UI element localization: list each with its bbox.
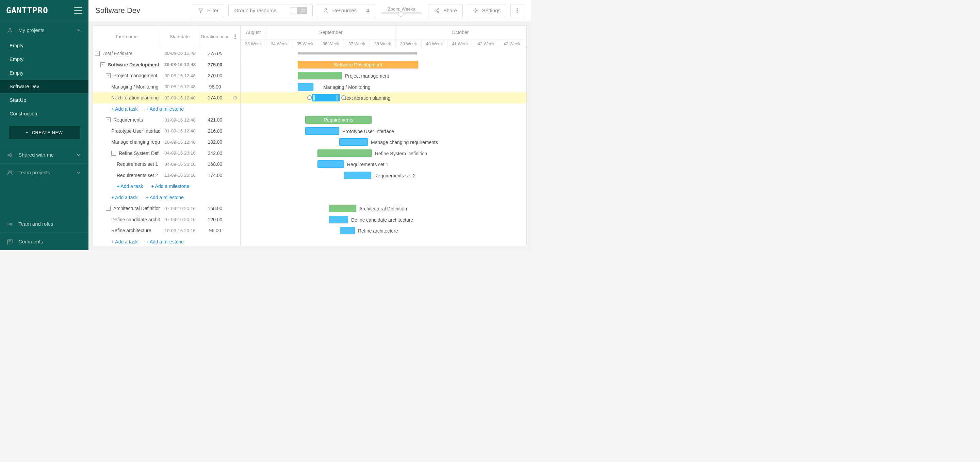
gantt-bar[interactable]: Architectural Definition <box>329 205 356 212</box>
share-icon <box>434 8 440 14</box>
task-start: 04-09-16 20:16 <box>160 150 200 156</box>
team-and-roles-link[interactable]: Team and roles <box>0 215 89 233</box>
zoom-slider[interactable] <box>381 12 422 14</box>
month-header: October <box>396 25 525 39</box>
add-task-link[interactable]: + Add a task <box>111 195 137 200</box>
share-button[interactable]: Share <box>428 4 463 17</box>
gantt-bar[interactable]: Software Development <box>298 61 418 69</box>
grid-row[interactable]: Define candidate architecture07-09-16 20… <box>93 214 240 225</box>
add-milestone-link[interactable]: + Add a milestone <box>146 106 184 112</box>
toggle-off[interactable]: Off <box>291 7 307 14</box>
grid-row[interactable]: -Software Development30-08-16 12:48775.0… <box>93 59 240 70</box>
gantt-bar[interactable]: Refine System Definition <box>318 150 372 157</box>
plus-icon: + <box>26 130 29 135</box>
week-header: 34 Week <box>266 39 292 48</box>
gantt-bar[interactable]: Project management <box>298 72 342 79</box>
grid-row[interactable]: Managing / Monitoring30-08-16 12:4896.00 <box>93 81 240 92</box>
column-duration[interactable]: Duration hour <box>199 25 230 48</box>
grid-row[interactable]: Manage changing requirements10-09-16 12:… <box>93 137 240 148</box>
grid-more-button[interactable] <box>230 25 240 48</box>
task-start: 04-09-16 20:16 <box>160 162 200 167</box>
hamburger-icon[interactable] <box>74 7 82 14</box>
sidebar-project-item[interactable]: Empty <box>0 39 89 53</box>
grid-row[interactable]: + Add a task+ Add a milestone <box>93 236 240 246</box>
expand-toggle[interactable]: - <box>95 51 100 56</box>
shared-with-me-section[interactable]: Shared with me <box>0 146 89 163</box>
grid-row[interactable]: -Requirements01-09-16 12:48421.00 <box>93 115 240 126</box>
team-projects-section[interactable]: Team projects <box>0 163 89 181</box>
resources-button[interactable]: Resources 4 <box>317 4 375 17</box>
sidebar-project-item[interactable]: Empty <box>0 66 89 80</box>
link-handle[interactable] <box>341 95 346 100</box>
task-duration: 168.00 <box>200 206 231 211</box>
task-name: Refine System Definition <box>119 150 160 156</box>
task-start: 07-09-16 20:16 <box>160 206 200 211</box>
logo[interactable]: GANTTPRO <box>6 6 48 15</box>
page-title: Software Dev <box>95 6 140 15</box>
add-task-link[interactable]: + Add a task <box>117 183 143 189</box>
grid-row[interactable]: -Refine System Definition04-09-16 20:163… <box>93 148 240 159</box>
gear-icon[interactable]: ⚙ <box>233 95 237 101</box>
expand-toggle[interactable]: - <box>111 151 116 156</box>
add-task-link[interactable]: + Add a task <box>111 106 137 112</box>
user-icon <box>7 27 13 33</box>
sidebar-project-item[interactable]: Software Dev <box>0 80 89 93</box>
add-milestone-link[interactable]: + Add a milestone <box>146 195 184 200</box>
gantt-bar[interactable]: Prototype User Interface <box>305 127 339 135</box>
sidebar-project-item[interactable]: StartUp <box>0 93 89 107</box>
link-handle[interactable] <box>307 95 312 100</box>
grid-row[interactable]: Prototype User Interface01-09-16 12:4821… <box>93 126 240 137</box>
grid-row[interactable]: Next iteration planning03-09-16 12:48174… <box>93 92 240 104</box>
task-start: 07-09-16 20:16 <box>160 217 200 222</box>
grid-row[interactable]: -Project management30-08-16 12:48270.00 <box>93 70 240 81</box>
expand-toggle[interactable]: - <box>106 118 111 122</box>
estimate-bar[interactable] <box>298 53 417 54</box>
grid-row[interactable]: -Architectural Definition07-09-16 20:161… <box>93 203 240 214</box>
gantt-bar[interactable]: Define candidate architecture <box>329 216 348 223</box>
add-milestone-link[interactable]: + Add a milestone <box>146 239 184 244</box>
gantt-bar[interactable]: Requirements <box>305 116 372 124</box>
gantt-timeline[interactable]: AugustSeptemberOctober 33 Week34 Week35 … <box>240 25 527 246</box>
grid-row[interactable]: Refine architecture10-09-16 20:1696.00 <box>93 225 240 236</box>
my-projects-section[interactable]: My projects <box>0 21 89 39</box>
comments-link[interactable]: Comments <box>0 233 89 250</box>
svg-point-4 <box>8 170 10 172</box>
sidebar-project-item[interactable]: Empty <box>0 53 89 66</box>
gantt-bar[interactable]: Next iteration planning <box>312 94 340 102</box>
gantt-bar[interactable]: Refine architecture <box>340 227 355 234</box>
filter-button[interactable]: Filter <box>192 4 224 17</box>
week-header: 42 Week <box>473 39 499 48</box>
column-task-name[interactable]: Task name <box>93 25 160 48</box>
expand-toggle[interactable]: - <box>106 73 111 78</box>
gantt-bar[interactable]: Requirements set 1 <box>318 160 344 168</box>
task-duration: 96.00 <box>200 84 231 89</box>
sidebar-project-item[interactable]: Construction <box>0 107 89 121</box>
group-by-resource-toggle[interactable]: Group by resource Off <box>228 4 313 17</box>
bar-label: Manage changing requirements <box>371 139 438 146</box>
gantt-bar[interactable]: Requirements set 2 <box>344 172 371 179</box>
more-menu-button[interactable] <box>511 4 524 17</box>
grid-row[interactable]: + Add a task+ Add a milestone <box>93 192 240 203</box>
expand-toggle[interactable]: - <box>100 62 105 67</box>
grid-row[interactable]: Requirements set 211-09-16 20:16174.00 <box>93 170 240 181</box>
gear-icon <box>473 8 479 14</box>
zoom-control[interactable]: Zoom: Weeks <box>379 6 424 14</box>
gantt-bar[interactable]: Managing / Monitoring <box>298 83 313 91</box>
week-header: 43 Week <box>499 39 525 48</box>
gantt-bar[interactable]: Manage changing requirements <box>339 138 368 146</box>
grid-row[interactable]: -Total Estimate30-08-16 12:48775.00 <box>93 48 240 59</box>
column-start-date[interactable]: Start date <box>160 25 200 48</box>
grid-row[interactable]: Requirements set 104-09-16 20:16168.00 <box>93 159 240 170</box>
grid-row[interactable]: + Add a task+ Add a milestone <box>93 104 240 115</box>
add-milestone-link[interactable]: + Add a milestone <box>151 183 189 189</box>
bar-label: Prototype User Interface <box>342 127 394 135</box>
add-task-link[interactable]: + Add a task <box>111 239 137 244</box>
task-name: Requirements <box>113 117 143 123</box>
expand-toggle[interactable]: - <box>106 206 111 211</box>
settings-button[interactable]: Settings <box>467 4 506 17</box>
bar-label: Project management <box>345 72 389 80</box>
create-new-button[interactable]: + CREATE NEW <box>9 126 80 139</box>
main: Software Dev Filter Group by resource Of… <box>89 0 531 250</box>
week-header: 41 Week <box>447 39 473 48</box>
grid-row[interactable]: + Add a task+ Add a milestone <box>93 181 240 192</box>
